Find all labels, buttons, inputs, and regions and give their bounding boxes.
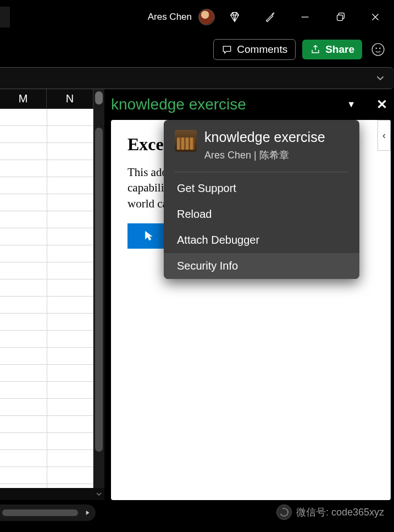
scroll-down-icon[interactable] bbox=[93, 488, 104, 500]
feedback-smile-icon[interactable] bbox=[369, 40, 387, 59]
svg-point-2 bbox=[376, 48, 376, 48]
collapse-tab-icon[interactable]: ‹ bbox=[378, 120, 391, 151]
restore-button[interactable] bbox=[325, 4, 356, 30]
action-bar: Comments Share bbox=[0, 34, 394, 65]
context-menu-item[interactable]: Get Support bbox=[164, 175, 359, 201]
context-menu-item[interactable]: Security Info bbox=[164, 253, 359, 279]
minimize-button[interactable] bbox=[290, 4, 320, 30]
magic-pen-icon[interactable] bbox=[254, 4, 285, 30]
svg-point-1 bbox=[372, 43, 384, 56]
task-pane: knowledge exercise ▼ ✕ ‹ Excel This add-… bbox=[104, 89, 394, 500]
titlebar-left-stub bbox=[0, 7, 10, 28]
diamond-icon[interactable] bbox=[219, 4, 250, 30]
context-menu-title: knowledge exercise bbox=[204, 130, 325, 145]
column-header-row: M N bbox=[0, 89, 104, 109]
scroll-right-icon[interactable] bbox=[82, 508, 92, 518]
spreadsheet-grid: M N bbox=[0, 89, 104, 500]
task-pane-body: ‹ Excel This add- capability world can bbox=[111, 120, 391, 500]
workspace: M N knowledge exercise ▼ ✕ bbox=[0, 89, 394, 500]
column-header-m[interactable]: M bbox=[0, 89, 47, 109]
horizontal-scrollbar-thumb[interactable] bbox=[2, 509, 78, 516]
svg-point-3 bbox=[380, 48, 380, 48]
comments-button[interactable]: Comments bbox=[213, 39, 296, 60]
wechat-icon bbox=[276, 504, 292, 520]
horizontal-scrollbar[interactable] bbox=[0, 504, 96, 521]
scrollbar-thumb-top[interactable] bbox=[95, 91, 103, 105]
watermark-text: 微信号: code365xyz bbox=[296, 506, 384, 519]
account-username[interactable]: Ares Chen bbox=[148, 12, 192, 23]
column-header-n[interactable]: N bbox=[47, 89, 93, 109]
task-pane-title: knowledge exercise bbox=[111, 96, 341, 113]
svg-rect-0 bbox=[337, 15, 343, 20]
watermark: 微信号: code365xyz bbox=[276, 504, 384, 520]
close-window-button[interactable] bbox=[360, 4, 391, 30]
vertical-scrollbar-track[interactable] bbox=[93, 109, 104, 488]
share-label: Share bbox=[325, 43, 354, 56]
task-pane-menu-caret-icon[interactable]: ▼ bbox=[347, 100, 356, 109]
task-pane-close-icon[interactable]: ✕ bbox=[376, 97, 387, 112]
cell-grid[interactable] bbox=[0, 109, 93, 488]
context-menu-subtitle: Ares Chen | 陈希章 bbox=[204, 149, 325, 162]
menu-divider bbox=[175, 172, 348, 172]
chevron-down-icon[interactable] bbox=[374, 72, 386, 84]
context-menu-item[interactable]: Attach Debugger bbox=[164, 227, 359, 253]
window-titlebar: Ares Chen bbox=[0, 0, 394, 34]
addin-context-menu: knowledge exercise Ares Chen | 陈希章 Get S… bbox=[164, 120, 359, 279]
comments-label: Comments bbox=[237, 43, 287, 56]
context-menu-header: knowledge exercise Ares Chen | 陈希章 bbox=[164, 120, 359, 171]
vertical-scrollbar[interactable] bbox=[93, 89, 104, 109]
share-button[interactable]: Share bbox=[302, 40, 362, 59]
formula-bar[interactable] bbox=[0, 67, 394, 89]
addin-run-button[interactable] bbox=[127, 223, 169, 249]
account-avatar[interactable] bbox=[198, 9, 215, 25]
scrollbar-thumb[interactable] bbox=[95, 128, 103, 452]
task-pane-header: knowledge exercise ▼ ✕ bbox=[111, 89, 394, 120]
context-menu-item[interactable]: Reload bbox=[164, 201, 359, 227]
addin-books-icon bbox=[175, 130, 197, 152]
